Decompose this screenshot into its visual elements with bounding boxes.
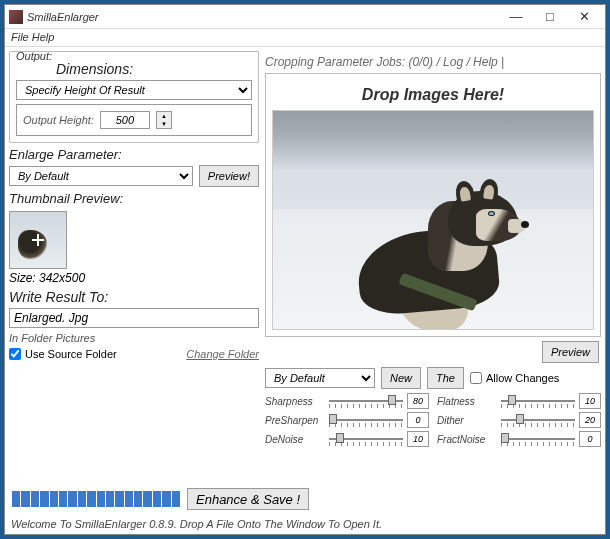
use-source-checkbox[interactable]: Use Source Folder: [9, 348, 117, 360]
slider-value[interactable]: 80: [407, 393, 429, 409]
preview-image: [272, 110, 594, 330]
minimize-button[interactable]: ―: [499, 7, 533, 27]
drop-zone[interactable]: Drop Images Here!: [265, 73, 601, 337]
slider-presharpen[interactable]: [329, 413, 403, 427]
dimensions-label: Dimensions:: [56, 61, 133, 77]
params-row: By Default New The Allow Changes: [265, 367, 601, 389]
allow-changes-checkbox[interactable]: Allow Changes: [470, 372, 559, 384]
slider-row: DeNoise10: [265, 431, 429, 447]
thumbnail-group: Thumbnail Preview: Size: 342x500: [9, 191, 259, 285]
slider-sharpness[interactable]: [329, 394, 403, 408]
right-panel: Cropping Parameter Jobs: (0/0) / Log / H…: [265, 51, 601, 530]
slider-label: Flatness: [437, 396, 497, 407]
output-mode-select[interactable]: Specify Height Of Result: [16, 80, 252, 100]
write-label: Write Result To:: [9, 289, 108, 305]
window-title: SmillaEnlarger: [27, 11, 499, 23]
content: Output: Dimensions: Specify Height Of Re…: [5, 47, 605, 534]
sliders: Sharpness80PreSharpen0DeNoise10 Flatness…: [265, 393, 601, 447]
slider-value[interactable]: 0: [579, 431, 601, 447]
slider-row: FractNoise0: [437, 431, 601, 447]
slider-label: DeNoise: [265, 434, 325, 445]
param-preset-select[interactable]: By Default: [265, 368, 375, 388]
slider-value[interactable]: 0: [407, 412, 429, 428]
the-button[interactable]: The: [427, 367, 464, 389]
status-bar: Welcome To SmillaEnlarger 0.8.9. Drop A …: [11, 518, 599, 530]
menubar[interactable]: File Help: [5, 29, 605, 47]
slider-label: Dither: [437, 415, 497, 426]
slider-label: FractNoise: [437, 434, 497, 445]
crosshair-icon: [32, 234, 44, 246]
progress-bar: [11, 490, 181, 508]
close-button[interactable]: ✕: [567, 7, 601, 27]
app-icon: [9, 10, 23, 24]
slider-dither[interactable]: [501, 413, 575, 427]
titlebar: SmillaEnlarger ― □ ✕: [5, 5, 605, 29]
slider-value[interactable]: 10: [407, 431, 429, 447]
output-height-box: Output Height: ▲▼: [16, 104, 252, 136]
right-preview-button[interactable]: Preview: [542, 341, 599, 363]
slider-label: Sharpness: [265, 396, 325, 407]
bottom-bar: Enhance & Save !: [11, 488, 599, 510]
use-source-input[interactable]: [9, 348, 21, 360]
slider-row: Sharpness80: [265, 393, 429, 409]
slider-row: Flatness10: [437, 393, 601, 409]
thumbnail-label: Thumbnail Preview:: [9, 191, 123, 206]
slider-row: Dither20: [437, 412, 601, 428]
left-panel: Output: Dimensions: Specify Height Of Re…: [9, 51, 259, 530]
slider-denoise[interactable]: [329, 432, 403, 446]
drop-title: Drop Images Here!: [272, 80, 594, 110]
output-height-input[interactable]: [100, 111, 150, 129]
output-prefix: Output:: [16, 50, 52, 62]
slider-row: PreSharpen0: [265, 412, 429, 428]
write-group: Write Result To: In Folder Pictures Use …: [9, 289, 259, 364]
new-button[interactable]: New: [381, 367, 421, 389]
change-folder-link[interactable]: Change Folder: [186, 348, 259, 360]
slider-label: PreSharpen: [265, 415, 325, 426]
enlarge-group: Enlarge Parameter: By Default Preview!: [9, 147, 259, 187]
output-height-label: Output Height:: [23, 114, 94, 126]
thumbnail-image[interactable]: [9, 211, 67, 269]
folder-text: In Folder Pictures: [9, 332, 259, 344]
enhance-save-button[interactable]: Enhance & Save !: [187, 488, 309, 510]
right-tabs[interactable]: Cropping Parameter Jobs: (0/0) / Log / H…: [265, 51, 601, 73]
height-spinner[interactable]: ▲▼: [156, 111, 172, 129]
enlarge-label: Enlarge Parameter:: [9, 147, 122, 162]
slider-value[interactable]: 20: [579, 412, 601, 428]
enlarge-preset-select[interactable]: By Default: [9, 166, 193, 186]
slider-value[interactable]: 10: [579, 393, 601, 409]
preview-button[interactable]: Preview!: [199, 165, 259, 187]
filename-input[interactable]: [9, 308, 259, 328]
thumbnail-size: Size: 342x500: [9, 271, 259, 285]
maximize-button[interactable]: □: [533, 7, 567, 27]
app-window: SmillaEnlarger ― □ ✕ File Help Output: D…: [4, 4, 606, 535]
slider-flatness[interactable]: [501, 394, 575, 408]
slider-fractnoise[interactable]: [501, 432, 575, 446]
output-group: Output: Dimensions: Specify Height Of Re…: [9, 51, 259, 143]
